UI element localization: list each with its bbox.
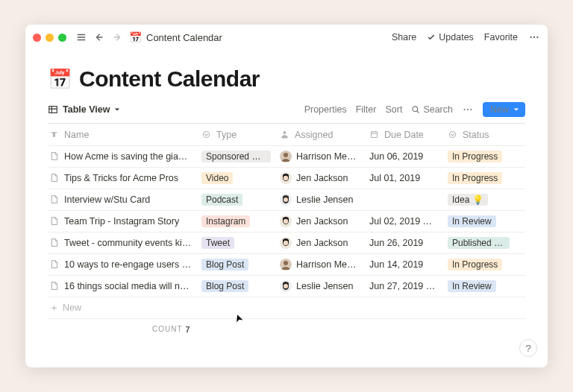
assignee-name: Jen Jackson [296, 216, 348, 227]
table-row[interactable]: Tweet - community events kickoffTweetJen… [48, 233, 525, 254]
row-title: 10 ways to re-engage users with drip cam… [64, 259, 192, 270]
type-badge: Tweet [201, 237, 234, 249]
page-icon [49, 259, 60, 270]
page-icon [49, 281, 60, 291]
traffic-lights [33, 34, 66, 42]
breadcrumb-emoji: 📅 [129, 31, 142, 43]
type-badge: Podcast [201, 194, 242, 206]
table-row[interactable]: Team Trip - Instagram StoryInstagramJen … [48, 211, 525, 233]
svg-point-5 [464, 109, 466, 110]
col-status[interactable]: Status [443, 130, 514, 140]
due-date: Jun 14, 2019 [369, 259, 423, 270]
avatar [280, 215, 292, 227]
close-window-button[interactable] [33, 34, 41, 42]
zoom-window-button[interactable] [58, 34, 66, 42]
menu-icon[interactable] [75, 31, 87, 43]
app-window: 📅 Content Calendar Share Updates Favorit… [25, 25, 548, 367]
svg-point-13 [284, 153, 288, 157]
assignee-name: Harrison Medoff [296, 259, 360, 270]
page-icon [49, 238, 60, 248]
col-type[interactable]: Type [197, 130, 275, 140]
table-row[interactable]: 10 ways to re-engage users with drip cam… [48, 254, 525, 276]
search-button[interactable]: Search [411, 104, 453, 115]
avatar [280, 237, 292, 249]
back-button[interactable] [93, 31, 105, 43]
status-badge: Idea 💡 [448, 194, 488, 206]
assignee-name: Harrison Medoff [296, 151, 360, 162]
svg-point-21 [284, 241, 288, 245]
person-prop-icon [280, 130, 290, 140]
assignee-name: Jen Jackson [296, 173, 348, 183]
svg-point-0 [530, 37, 531, 38]
row-title: Tips & Tricks for Acme Pros [64, 173, 178, 183]
database-table: Name Type Assigned Due Date Status [48, 123, 525, 319]
breadcrumb[interactable]: 📅 Content Calendar [129, 31, 222, 43]
page-icon [49, 173, 60, 183]
row-title: 16 things social media will never be abl… [64, 281, 192, 291]
page-icon [49, 216, 60, 227]
select-prop-icon [448, 130, 458, 140]
table-row[interactable]: How Acme is saving the giant iguanaSpons… [48, 146, 525, 168]
share-button[interactable]: Share [392, 32, 416, 42]
minimize-window-button[interactable] [46, 34, 54, 42]
col-name[interactable]: Name [48, 130, 197, 140]
select-prop-icon [201, 130, 212, 140]
search-icon [411, 105, 420, 114]
status-badge: In Progress [448, 259, 502, 271]
type-badge: Blog Post [201, 280, 248, 292]
row-title: Tweet - community events kickoff [64, 238, 192, 248]
page-emoji[interactable]: 📅 [48, 68, 72, 91]
svg-point-11 [449, 131, 455, 137]
titlebar: 📅 Content Calendar Share Updates Favorit… [25, 25, 548, 50]
table-row[interactable]: Interview w/Stu CardPodcastLeslie Jensen… [48, 189, 525, 211]
svg-point-6 [467, 109, 469, 110]
table-row[interactable]: Tips & Tricks for Acme ProsVideoJen Jack… [48, 168, 525, 189]
row-title: Team Trip - Instagram Story [64, 216, 179, 227]
type-badge: Blog Post [201, 259, 248, 271]
favorite-button[interactable]: Favorite [484, 32, 518, 42]
col-due[interactable]: Due Date [365, 130, 443, 140]
chevron-down-icon [513, 107, 519, 113]
svg-point-7 [470, 109, 472, 110]
table-row[interactable]: 16 things social media will never be abl… [48, 276, 525, 297]
filter-button[interactable]: Filter [356, 104, 377, 115]
avatar [280, 172, 292, 184]
avatar [280, 151, 292, 162]
col-assigned[interactable]: Assigned [275, 130, 365, 140]
assignee-name: Jen Jackson [296, 238, 348, 248]
new-button[interactable]: New [483, 102, 525, 117]
updates-button[interactable]: Updates [427, 32, 474, 42]
sort-button[interactable]: Sort [385, 104, 402, 115]
row-title: Interview w/Stu Card [64, 195, 150, 205]
view-picker[interactable]: Table View [48, 104, 120, 115]
help-button[interactable]: ? [519, 339, 537, 357]
due-date: Jul 02, 2019 → Jul 05, 2019 [369, 216, 439, 227]
due-date: Jun 27, 2019 → Jun 28, 2019 [369, 281, 439, 291]
svg-point-17 [284, 197, 288, 202]
svg-point-1 [533, 37, 535, 38]
row-title: How Acme is saving the giant iguana [64, 151, 192, 162]
svg-point-8 [203, 131, 209, 137]
status-badge: In Progress [448, 151, 502, 162]
due-date: Jun 26, 2019 [369, 238, 423, 248]
svg-point-15 [284, 176, 288, 180]
new-row-button[interactable]: ＋ New [48, 297, 525, 319]
avatar [280, 259, 292, 271]
svg-point-19 [284, 219, 288, 224]
page-title[interactable]: Content Calendar [79, 66, 260, 92]
svg-point-2 [536, 37, 538, 38]
due-date: Jul 01, 2019 [369, 173, 420, 183]
view-more-icon[interactable] [462, 104, 474, 116]
svg-point-9 [283, 131, 286, 134]
svg-rect-10 [371, 131, 377, 137]
svg-point-23 [284, 261, 288, 265]
due-date: Jun 06, 2019 [369, 151, 423, 162]
assignee-name: Leslie Jensen [296, 195, 353, 205]
status-badge: In Review [448, 215, 496, 227]
properties-button[interactable]: Properties [304, 104, 347, 115]
row-count: COUNT 7 [48, 325, 525, 334]
forward-button[interactable] [111, 31, 123, 43]
breadcrumb-text: Content Calendar [146, 32, 222, 43]
more-icon[interactable] [528, 31, 540, 43]
svg-point-4 [413, 107, 418, 112]
